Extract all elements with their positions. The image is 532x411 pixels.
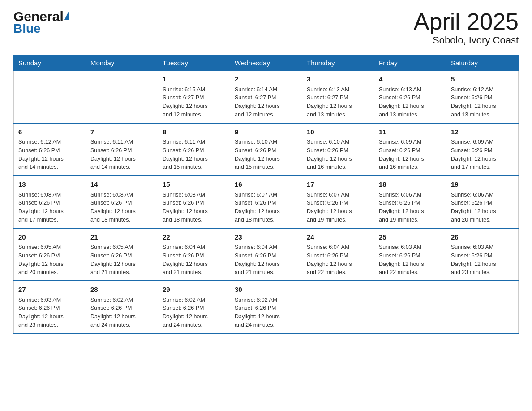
calendar-cell: 15Sunrise: 6:08 AM Sunset: 6:26 PM Dayli…	[158, 176, 230, 228]
day-info: Sunrise: 6:07 AM Sunset: 6:26 PM Dayligh…	[235, 191, 297, 224]
column-header-friday: Friday	[374, 56, 446, 71]
day-number: 14	[90, 180, 153, 190]
page-title: April 2025	[414, 9, 519, 34]
day-info: Sunrise: 6:13 AM Sunset: 6:26 PM Dayligh…	[379, 86, 442, 119]
day-info: Sunrise: 6:03 AM Sunset: 6:26 PM Dayligh…	[379, 243, 442, 277]
day-info: Sunrise: 6:02 AM Sunset: 6:26 PM Dayligh…	[90, 296, 153, 330]
calendar-cell: 21Sunrise: 6:05 AM Sunset: 6:26 PM Dayli…	[86, 228, 158, 281]
day-number: 20	[18, 232, 81, 243]
day-number: 18	[379, 180, 442, 190]
day-info: Sunrise: 6:13 AM Sunset: 6:27 PM Dayligh…	[307, 86, 369, 119]
calendar-cell: 17Sunrise: 6:07 AM Sunset: 6:26 PM Dayli…	[302, 176, 374, 228]
day-number: 2	[235, 74, 297, 85]
day-info: Sunrise: 6:08 AM Sunset: 6:26 PM Dayligh…	[18, 191, 81, 224]
calendar-cell: 20Sunrise: 6:05 AM Sunset: 6:26 PM Dayli…	[14, 228, 86, 281]
calendar-week-row: 27Sunrise: 6:03 AM Sunset: 6:26 PM Dayli…	[14, 281, 519, 334]
calendar-cell: 27Sunrise: 6:03 AM Sunset: 6:26 PM Dayli…	[14, 281, 86, 334]
calendar-week-row: 1Sunrise: 6:15 AM Sunset: 6:27 PM Daylig…	[14, 71, 519, 123]
day-number: 17	[307, 180, 369, 190]
day-number: 29	[163, 285, 225, 295]
page-subtitle: Sobolo, Ivory Coast	[414, 34, 519, 46]
calendar-cell: 18Sunrise: 6:06 AM Sunset: 6:26 PM Dayli…	[374, 176, 446, 228]
calendar-cell: 26Sunrise: 6:03 AM Sunset: 6:26 PM Dayli…	[446, 228, 519, 281]
calendar-week-row: 20Sunrise: 6:05 AM Sunset: 6:26 PM Dayli…	[14, 228, 519, 281]
day-info: Sunrise: 6:12 AM Sunset: 6:26 PM Dayligh…	[18, 138, 81, 171]
day-number: 19	[451, 180, 514, 190]
calendar-header-row: SundayMondayTuesdayWednesdayThursdayFrid…	[14, 56, 519, 71]
calendar-cell: 30Sunrise: 6:02 AM Sunset: 6:26 PM Dayli…	[230, 281, 302, 334]
day-info: Sunrise: 6:09 AM Sunset: 6:26 PM Dayligh…	[451, 138, 514, 171]
day-info: Sunrise: 6:15 AM Sunset: 6:27 PM Dayligh…	[163, 86, 225, 119]
calendar-cell: 1Sunrise: 6:15 AM Sunset: 6:27 PM Daylig…	[158, 71, 230, 123]
day-number: 3	[307, 74, 369, 85]
day-info: Sunrise: 6:03 AM Sunset: 6:26 PM Dayligh…	[18, 296, 81, 330]
logo-blue-text: Blue	[13, 21, 41, 36]
day-info: Sunrise: 6:12 AM Sunset: 6:26 PM Dayligh…	[451, 86, 514, 119]
calendar-cell: 29Sunrise: 6:02 AM Sunset: 6:26 PM Dayli…	[158, 281, 230, 334]
column-header-thursday: Thursday	[302, 56, 374, 71]
column-header-wednesday: Wednesday	[230, 56, 302, 71]
calendar-cell	[14, 71, 86, 123]
day-number: 9	[235, 127, 297, 137]
day-number: 23	[235, 232, 297, 243]
day-number: 10	[307, 127, 369, 137]
day-number: 13	[18, 180, 81, 190]
calendar-cell	[302, 281, 374, 334]
calendar-cell: 11Sunrise: 6:09 AM Sunset: 6:26 PM Dayli…	[374, 123, 446, 176]
calendar-cell: 3Sunrise: 6:13 AM Sunset: 6:27 PM Daylig…	[302, 71, 374, 123]
calendar-cell: 4Sunrise: 6:13 AM Sunset: 6:26 PM Daylig…	[374, 71, 446, 123]
day-number: 6	[18, 127, 81, 137]
calendar-cell: 16Sunrise: 6:07 AM Sunset: 6:26 PM Dayli…	[230, 176, 302, 228]
day-info: Sunrise: 6:05 AM Sunset: 6:26 PM Dayligh…	[18, 243, 81, 277]
day-number: 30	[235, 285, 297, 295]
day-info: Sunrise: 6:06 AM Sunset: 6:26 PM Dayligh…	[451, 191, 514, 224]
day-number: 8	[163, 127, 225, 137]
day-info: Sunrise: 6:06 AM Sunset: 6:26 PM Dayligh…	[379, 191, 442, 224]
day-info: Sunrise: 6:10 AM Sunset: 6:26 PM Dayligh…	[307, 138, 369, 171]
day-info: Sunrise: 6:08 AM Sunset: 6:26 PM Dayligh…	[163, 191, 225, 224]
calendar-week-row: 13Sunrise: 6:08 AM Sunset: 6:26 PM Dayli…	[14, 176, 519, 228]
calendar-cell: 6Sunrise: 6:12 AM Sunset: 6:26 PM Daylig…	[14, 123, 86, 176]
calendar-cell: 8Sunrise: 6:11 AM Sunset: 6:26 PM Daylig…	[158, 123, 230, 176]
day-info: Sunrise: 6:04 AM Sunset: 6:26 PM Dayligh…	[163, 243, 225, 277]
day-number: 27	[18, 285, 81, 295]
day-info: Sunrise: 6:07 AM Sunset: 6:26 PM Dayligh…	[307, 191, 369, 224]
column-header-sunday: Sunday	[14, 56, 86, 71]
day-number: 16	[235, 180, 297, 190]
calendar-cell: 28Sunrise: 6:02 AM Sunset: 6:26 PM Dayli…	[86, 281, 158, 334]
day-number: 15	[163, 180, 225, 190]
calendar-cell	[86, 71, 158, 123]
calendar-cell: 24Sunrise: 6:04 AM Sunset: 6:26 PM Dayli…	[302, 228, 374, 281]
day-number: 25	[379, 232, 442, 243]
day-info: Sunrise: 6:11 AM Sunset: 6:26 PM Dayligh…	[163, 138, 225, 171]
calendar-table: SundayMondayTuesdayWednesdayThursdayFrid…	[13, 55, 519, 334]
day-number: 1	[163, 74, 225, 85]
logo-triangle-icon	[64, 12, 69, 20]
day-number: 4	[379, 74, 442, 85]
calendar-cell: 2Sunrise: 6:14 AM Sunset: 6:27 PM Daylig…	[230, 71, 302, 123]
calendar-cell	[446, 281, 519, 334]
column-header-saturday: Saturday	[446, 56, 519, 71]
day-info: Sunrise: 6:04 AM Sunset: 6:26 PM Dayligh…	[235, 243, 297, 277]
day-number: 7	[90, 127, 153, 137]
day-info: Sunrise: 6:10 AM Sunset: 6:26 PM Dayligh…	[235, 138, 297, 171]
day-info: Sunrise: 6:02 AM Sunset: 6:26 PM Dayligh…	[163, 296, 225, 330]
page-header: General Blue April 2025 Sobolo, Ivory Co…	[13, 9, 519, 46]
day-number: 5	[451, 74, 514, 85]
calendar-cell: 25Sunrise: 6:03 AM Sunset: 6:26 PM Dayli…	[374, 228, 446, 281]
column-header-monday: Monday	[86, 56, 158, 71]
column-header-tuesday: Tuesday	[158, 56, 230, 71]
day-info: Sunrise: 6:02 AM Sunset: 6:26 PM Dayligh…	[235, 296, 297, 330]
day-info: Sunrise: 6:11 AM Sunset: 6:26 PM Dayligh…	[90, 138, 153, 171]
calendar-cell	[374, 281, 446, 334]
day-info: Sunrise: 6:05 AM Sunset: 6:26 PM Dayligh…	[90, 243, 153, 277]
calendar-cell: 13Sunrise: 6:08 AM Sunset: 6:26 PM Dayli…	[14, 176, 86, 228]
day-info: Sunrise: 6:08 AM Sunset: 6:26 PM Dayligh…	[90, 191, 153, 224]
day-info: Sunrise: 6:04 AM Sunset: 6:26 PM Dayligh…	[307, 243, 369, 277]
calendar-cell: 5Sunrise: 6:12 AM Sunset: 6:26 PM Daylig…	[446, 71, 519, 123]
calendar-cell: 23Sunrise: 6:04 AM Sunset: 6:26 PM Dayli…	[230, 228, 302, 281]
calendar-cell: 12Sunrise: 6:09 AM Sunset: 6:26 PM Dayli…	[446, 123, 519, 176]
day-number: 22	[163, 232, 225, 243]
day-number: 24	[307, 232, 369, 243]
calendar-week-row: 6Sunrise: 6:12 AM Sunset: 6:26 PM Daylig…	[14, 123, 519, 176]
